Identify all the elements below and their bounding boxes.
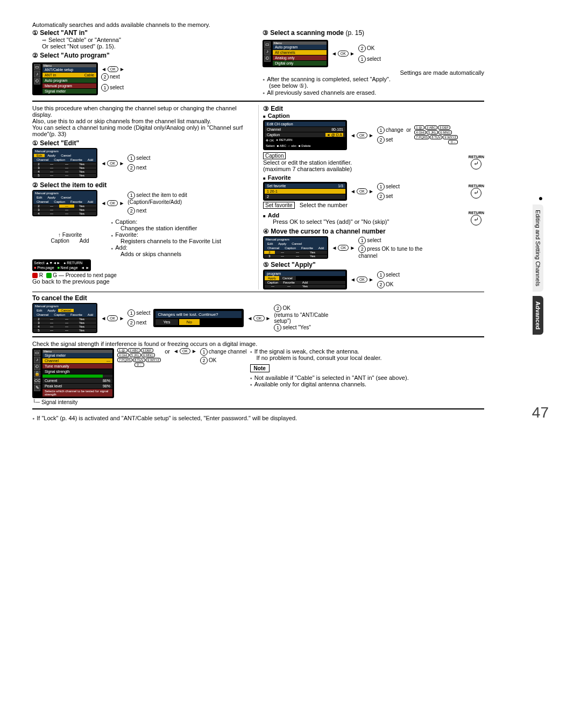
manual-intro-2: Also, use this to add or skip channels f… (32, 118, 254, 124)
step1-heading: ① Select "ANT in" (32, 29, 254, 37)
m3-favorite-subhead: Favorite (263, 174, 484, 181)
menu-icon: ▭ (34, 350, 40, 356)
page-number: 47 (532, 404, 549, 421)
menu-icon: ▭ (264, 41, 271, 48)
m4-table: Manual program EditApplyCancel ChannelCa… (263, 236, 328, 259)
ok-button[interactable]: ◄OK► (101, 200, 124, 206)
signal-intro: Check the signal strength if interferenc… (32, 341, 484, 347)
ok-button[interactable]: ◄OK► (350, 188, 374, 194)
caption-box-label: Caption (263, 152, 286, 159)
note-label: Note (250, 364, 270, 372)
ok-button[interactable]: ◄OK► (350, 277, 374, 282)
manual-intro-3: You can select a channel tuning mode (Di… (32, 124, 254, 137)
step3-heading: ③ Select a scanning mode (p. 15) (263, 29, 484, 37)
ok-button[interactable]: ◄OK► (173, 348, 197, 354)
lock-icon: 🔒 (34, 371, 40, 377)
wrench-icon: ✎ (34, 385, 40, 391)
manual-intro-1: Use this procedure when changing the cha… (32, 105, 254, 118)
return-icon[interactable]: ⤶ (471, 188, 481, 199)
edit-caption-box: Edit CH caption Channel80-101 Caption◄ @… (263, 120, 347, 150)
cancel-edit-heading: To cancel the Edit (32, 294, 484, 302)
step1-line-b: Or select "Not used" (p. 15). (42, 43, 254, 50)
m4-heading: ④ Move the cursor to a channel number (263, 228, 484, 235)
m3-heading: ③ Edit (263, 105, 484, 112)
m2-heading: ② Select the item to edit (32, 181, 254, 189)
m3-caption-subhead: Caption (263, 112, 484, 119)
red-button-icon (32, 273, 38, 278)
footer-note: If "Lock" (p. 44) is activated and "ANT/… (32, 415, 484, 421)
return-icon[interactable]: ⤶ (471, 215, 481, 225)
manual-program-table: Manual program EditApplyCancel ChannelCa… (32, 148, 97, 178)
green-button-icon (46, 273, 52, 278)
step1-line-a: Select "Cable" or "Antenna" (42, 37, 254, 43)
ok-button[interactable]: ◄OK► (101, 160, 124, 166)
set-favorite-box: Set favorite1/3 1 26-1 2 (263, 182, 347, 201)
number-pad[interactable]: 1 @.2 ABC3 DEF 4 GHI5 JKL6 MNO 7 PQRS8 T… (414, 125, 458, 145)
return-icon[interactable]: ⤶ (471, 159, 481, 169)
clock-icon: ⏲ (264, 55, 271, 62)
scan-note2: All previously saved channels are erased… (263, 89, 484, 96)
side-tab-editing: Editing and Setting Channels (533, 204, 543, 292)
ok-button[interactable]: ◄OK► (101, 66, 125, 72)
ok-button[interactable]: ◄OK► (331, 51, 355, 56)
signal-intensity-label: Signal intensity (41, 399, 77, 405)
clock-icon: ⏲ (34, 364, 40, 370)
auto-program-intro: Automatically searches and adds availabl… (32, 22, 484, 28)
scan-auto-text: Settings are made automatically (263, 69, 484, 76)
menu-icon: ▭ (34, 64, 40, 70)
ok-button[interactable]: ◄OK► (101, 315, 124, 321)
m1-heading: ① Select "Edit" (32, 139, 254, 147)
music-icon: ♪ (34, 71, 40, 77)
m3-add-subhead: Add (263, 212, 465, 218)
side-bullet-icon: ● (533, 194, 549, 202)
music-icon: ♪ (264, 48, 271, 55)
nav-hint-box: Select ▲▼◄► ● RETURN ■ Prev.page ■ Next … (32, 259, 91, 271)
apply-box: program ApplyCancel CaptionFavoriteAdd -… (263, 270, 347, 289)
manual-program-table-2: Manual program EditApplyCancel ChannelCa… (32, 190, 97, 216)
ok-button[interactable]: ◄OK► (331, 245, 355, 251)
confirm-dialog: Changes will be lost. Continue? Yes No (153, 309, 244, 327)
side-tab-advanced: Advanced (533, 296, 543, 335)
music-icon: ♪ (34, 357, 40, 363)
number-pad[interactable]: 1 @.2 ABC3 DEF 4 GHI5 JKL6 MNO 7 PQRS8 T… (117, 348, 161, 367)
signal-meter-box: ▭ ♪ ⏲ 🔒 CC ✎ Menu Signal meter Channel--… (32, 348, 114, 398)
ok-button[interactable]: ◄OK► (350, 132, 374, 138)
scan-note1: After the scanning is completed, select … (263, 76, 484, 82)
cc-icon: CC (34, 378, 40, 384)
step2-heading: ② Select "Auto program" (32, 52, 254, 59)
ok-button[interactable]: ◄OK► (247, 315, 271, 321)
ant-cable-menu: ▭ ♪ ⏲ Menu ANT/Cable setup ANT in Cable … (32, 62, 98, 95)
auto-program-menu: ▭ ♪ ⏲ Menu Auto program All channels Ana… (263, 40, 328, 67)
cancel-table: Manual program EditApplyCancel ChannelCa… (32, 303, 97, 333)
m5-heading: ⑤ Select "Apply" (263, 261, 484, 268)
clock-icon: ⏲ (34, 78, 40, 84)
